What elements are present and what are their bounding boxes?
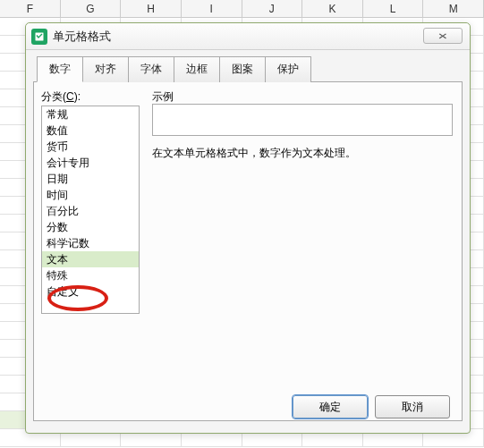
format-description: 在文本单元格格式中，数字作为文本处理。	[152, 145, 453, 161]
category-label-pre: 分类(	[41, 90, 66, 103]
category-label-post: ):	[74, 90, 81, 103]
tab-保护[interactable]: 保护	[265, 56, 311, 82]
dialog-title: 单元格格式	[53, 29, 111, 45]
column-header-I[interactable]: I	[182, 0, 242, 17]
tab-panel-number: 分类(C): 常规数值货币会计专用日期时间百分比分数科学记数文本特殊自定义 示例…	[33, 81, 463, 421]
column-header-K[interactable]: K	[302, 0, 363, 17]
column-header-L[interactable]: L	[363, 0, 424, 17]
category-item[interactable]: 科学记数	[42, 235, 139, 251]
category-listbox[interactable]: 常规数值货币会计专用日期时间百分比分数科学记数文本特殊自定义	[41, 106, 140, 314]
cancel-button[interactable]: 取消	[375, 395, 450, 418]
cell-format-dialog: 单元格格式 ✕ 数字对齐字体边框图案保护 分类(C): 常规数值货币会计专用日期…	[25, 22, 471, 434]
category-label-hotkey: C	[66, 90, 74, 103]
tab-对齐[interactable]: 对齐	[82, 56, 129, 82]
dialog-titlebar: 单元格格式 ✕	[26, 23, 470, 50]
category-item[interactable]: 会计专用	[42, 155, 139, 171]
dialog-content: 数字对齐字体边框图案保护 分类(C): 常规数值货币会计专用日期时间百分比分数科…	[33, 55, 463, 426]
category-item[interactable]: 时间	[42, 187, 139, 203]
column-header-F[interactable]: F	[0, 0, 61, 17]
column-header-H[interactable]: H	[121, 0, 182, 17]
category-item[interactable]: 百分比	[42, 203, 139, 219]
tab-字体[interactable]: 字体	[128, 56, 174, 82]
category-label: 分类(C):	[41, 89, 81, 105]
category-item[interactable]: 数值	[42, 123, 139, 139]
category-item[interactable]: 文本	[42, 251, 139, 267]
category-item[interactable]: 常规	[42, 106, 139, 123]
tab-数字[interactable]: 数字	[37, 56, 83, 82]
category-item[interactable]: 分数	[42, 219, 139, 235]
column-header-row: FGHIJKLM	[0, 0, 484, 18]
close-button[interactable]: ✕	[423, 28, 463, 44]
close-icon: ✕	[437, 31, 447, 41]
column-header-M[interactable]: M	[423, 0, 484, 17]
tab-bar: 数字对齐字体边框图案保护	[37, 55, 463, 81]
ok-button[interactable]: 确定	[293, 395, 368, 418]
category-item[interactable]: 日期	[42, 171, 139, 187]
category-item[interactable]: 自定义	[42, 283, 139, 300]
column-header-J[interactable]: J	[242, 0, 303, 17]
category-item[interactable]: 特殊	[42, 267, 139, 283]
tab-图案[interactable]: 图案	[219, 56, 266, 82]
category-item[interactable]: 货币	[42, 139, 139, 155]
app-icon	[31, 29, 47, 45]
tab-边框[interactable]: 边框	[174, 56, 220, 82]
column-header-G[interactable]: G	[61, 0, 122, 17]
dialog-button-row: 确定 取消	[293, 395, 450, 418]
preview-label: 示例	[152, 89, 174, 105]
preview-box	[152, 104, 453, 136]
